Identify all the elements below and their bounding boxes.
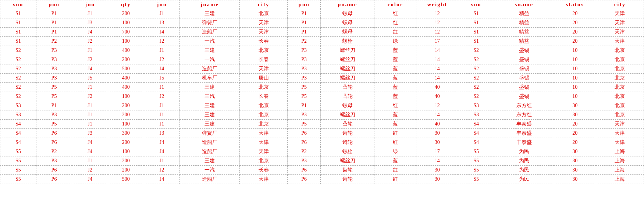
table-row: S4P6J3300J3弹簧厂天津P6齿轮红30S4丰泰盛20天津 xyxy=(0,129,644,138)
cell-r16-c5: 三建 xyxy=(180,156,240,166)
cell-r11-c4: J1 xyxy=(144,110,180,120)
cell-r18-c1: P6 xyxy=(36,175,72,184)
cell-r11-c13: 30 xyxy=(554,110,596,120)
cell-r7-c1: P3 xyxy=(36,74,72,83)
col-header-0: sno xyxy=(0,0,36,9)
cell-r0-c3: 200 xyxy=(108,9,144,18)
cell-r13-c6: 天津 xyxy=(240,129,288,138)
cell-r10-c0: S3 xyxy=(0,101,36,110)
cell-r1-c3: 100 xyxy=(108,18,144,28)
cell-r18-c4: J4 xyxy=(144,175,180,184)
cell-r17-c0: S5 xyxy=(0,166,36,175)
cell-r14-c6: 天津 xyxy=(240,138,288,147)
cell-r10-c3: 200 xyxy=(108,101,144,110)
cell-r5-c8: 螺丝刀 xyxy=(320,55,374,64)
cell-r5-c11: S2 xyxy=(458,55,494,64)
cell-r17-c14: 上海 xyxy=(596,166,644,175)
cell-r2-c11: S1 xyxy=(458,28,494,37)
cell-r10-c1: P1 xyxy=(36,101,72,110)
cell-r0-c6: 北京 xyxy=(240,9,288,18)
cell-r17-c5: 一汽 xyxy=(180,166,240,175)
table-row: S5P3J1200J1三建北京P3螺丝刀蓝14S5为民30上海 xyxy=(0,156,644,166)
cell-r0-c13: 20 xyxy=(554,9,596,18)
table-container: snopnojnoqtyjnojnamecitypnopnamecolorwei… xyxy=(0,0,644,184)
cell-r3-c8: 螺栓 xyxy=(320,37,374,46)
cell-r14-c12: 丰泰盛 xyxy=(494,138,554,147)
cell-r7-c12: 盛锡 xyxy=(494,74,554,83)
cell-r13-c9: 红 xyxy=(374,129,416,138)
cell-r14-c7: P6 xyxy=(288,138,321,147)
cell-r16-c3: 200 xyxy=(108,156,144,166)
cell-r1-c9: 红 xyxy=(374,18,416,28)
cell-r6-c8: 螺丝刀 xyxy=(320,64,374,74)
cell-r15-c6: 天津 xyxy=(240,147,288,156)
cell-r3-c11: S1 xyxy=(458,37,494,46)
cell-r14-c10: 30 xyxy=(416,138,458,147)
cell-r5-c5: 一汽 xyxy=(180,55,240,64)
table-row: S5P2J4100J4造船厂天津P2螺栓绿17S5为民30上海 xyxy=(0,147,644,156)
cell-r5-c7: P3 xyxy=(288,55,321,64)
cell-r13-c0: S4 xyxy=(0,129,36,138)
cell-r15-c9: 绿 xyxy=(374,147,416,156)
cell-r3-c6: 长春 xyxy=(240,37,288,46)
cell-r6-c1: P3 xyxy=(36,64,72,74)
cell-r18-c5: 造船厂 xyxy=(180,175,240,184)
data-table: snopnojnoqtyjnojnamecitypnopnamecolorwei… xyxy=(0,0,644,184)
cell-r5-c0: S2 xyxy=(0,55,36,64)
cell-r12-c12: 丰泰盛 xyxy=(494,120,554,129)
table-row: S2P3J4500J4造船厂天津P3螺丝刀蓝14S2盛锡10北京 xyxy=(0,64,644,74)
cell-r16-c4: J1 xyxy=(144,156,180,166)
cell-r12-c6: 北京 xyxy=(240,120,288,129)
cell-r2-c10: 12 xyxy=(416,28,458,37)
cell-r18-c7: P6 xyxy=(288,175,321,184)
cell-r6-c11: S2 xyxy=(458,64,494,74)
cell-r1-c7: P1 xyxy=(288,18,321,28)
cell-r8-c3: 400 xyxy=(108,83,144,92)
cell-r15-c4: J4 xyxy=(144,147,180,156)
table-row: S1P1J1200J1三建北京P1螺母红12S1精益20天津 xyxy=(0,9,644,18)
cell-r12-c9: 蓝 xyxy=(374,120,416,129)
cell-r15-c0: S5 xyxy=(0,147,36,156)
cell-r12-c13: 20 xyxy=(554,120,596,129)
cell-r8-c10: 40 xyxy=(416,83,458,92)
cell-r18-c14: 上海 xyxy=(596,175,644,184)
table-row: S5P6J2200J2一汽长春P6齿轮红30S5为民30上海 xyxy=(0,166,644,175)
table-row: S1P1J3100J3弹簧厂天津P1螺母红12S1精益20天津 xyxy=(0,18,644,28)
cell-r3-c10: 17 xyxy=(416,37,458,46)
cell-r13-c13: 20 xyxy=(554,129,596,138)
cell-r1-c1: P1 xyxy=(36,18,72,28)
cell-r8-c11: S2 xyxy=(458,83,494,92)
cell-r7-c11: S2 xyxy=(458,74,494,83)
cell-r14-c1: P6 xyxy=(36,138,72,147)
col-header-8: pname xyxy=(320,0,374,9)
cell-r2-c1: P1 xyxy=(36,28,72,37)
cell-r18-c6: 天津 xyxy=(240,175,288,184)
cell-r4-c0: S2 xyxy=(0,46,36,55)
cell-r11-c0: S3 xyxy=(0,110,36,120)
cell-r2-c7: P1 xyxy=(288,28,321,37)
cell-r13-c8: 齿轮 xyxy=(320,129,374,138)
cell-r5-c2: J2 xyxy=(72,55,108,64)
cell-r17-c11: S5 xyxy=(458,166,494,175)
table-row: S3P1J1200J1三建北京P1螺母红12S3东方红30北京 xyxy=(0,101,644,110)
cell-r8-c12: 盛锡 xyxy=(494,83,554,92)
cell-r13-c12: 丰泰盛 xyxy=(494,129,554,138)
table-row: S2P3J2200J2一汽长春P3螺丝刀蓝14S2盛锡10北京 xyxy=(0,55,644,64)
cell-r8-c8: 凸轮 xyxy=(320,83,374,92)
cell-r4-c2: J1 xyxy=(72,46,108,55)
cell-r16-c14: 上海 xyxy=(596,156,644,166)
cell-r14-c8: 齿轮 xyxy=(320,138,374,147)
cell-r2-c14: 天津 xyxy=(596,28,644,37)
cell-r8-c9: 蓝 xyxy=(374,83,416,92)
cell-r15-c13: 30 xyxy=(554,147,596,156)
cell-r1-c8: 螺母 xyxy=(320,18,374,28)
cell-r4-c9: 蓝 xyxy=(374,46,416,55)
cell-r6-c0: S2 xyxy=(0,64,36,74)
cell-r11-c6: 北京 xyxy=(240,110,288,120)
cell-r17-c7: P6 xyxy=(288,166,321,175)
cell-r0-c7: P1 xyxy=(288,9,321,18)
table-row: S3P3J1200J1三建北京P3螺丝刀蓝14S3东方红30北京 xyxy=(0,110,644,120)
cell-r0-c12: 精益 xyxy=(494,9,554,18)
cell-r2-c6: 天津 xyxy=(240,28,288,37)
cell-r4-c8: 螺丝刀 xyxy=(320,46,374,55)
